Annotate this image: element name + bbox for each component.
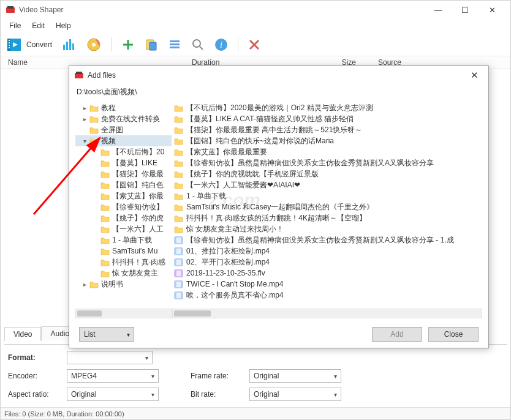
close-icon[interactable] bbox=[248, 39, 260, 51]
tree-item[interactable]: ▸教程 bbox=[75, 102, 172, 113]
list-item[interactable]: 【圆锦】纯白色的快乐~这是对你说的话Maria bbox=[172, 135, 482, 146]
svg-rect-14 bbox=[63, 45, 65, 50]
framerate-label: Frame rate: bbox=[191, 372, 246, 380]
window-close-button[interactable]: ✕ bbox=[479, 1, 505, 18]
tree-item-label: SamTsui's Mu bbox=[112, 247, 157, 255]
expand-icon[interactable]: ▾ bbox=[80, 138, 89, 144]
folder-icon bbox=[173, 137, 183, 145]
format-select[interactable] bbox=[67, 351, 153, 364]
list-item-label: 抖抖抖！真·肉感女孩的活力翻跳！4K超清晰～【空瑠】 bbox=[186, 213, 366, 223]
expand-icon[interactable]: ▸ bbox=[80, 281, 89, 288]
dialog-close-button[interactable]: ✕ bbox=[465, 70, 483, 81]
tree-item-label: 惊 女朋友竟主 bbox=[112, 268, 158, 279]
info-icon[interactable]: i bbox=[214, 38, 228, 51]
view-mode-select[interactable]: List bbox=[79, 327, 134, 342]
svg-rect-15 bbox=[66, 42, 68, 50]
add-icon[interactable] bbox=[121, 38, 135, 51]
list-scrollbar[interactable] bbox=[172, 309, 482, 318]
search-icon[interactable] bbox=[191, 38, 205, 51]
disc-icon[interactable] bbox=[86, 37, 101, 52]
close-button[interactable]: Close bbox=[428, 327, 479, 342]
video-file-icon bbox=[173, 258, 183, 266]
convert-button[interactable]: Convert bbox=[6, 36, 52, 53]
list-item[interactable]: 【不玩后悔】2020最美的游戏｜Ori2 精灵与萤火意志评测 bbox=[172, 102, 482, 113]
folder-icon bbox=[89, 126, 99, 134]
menu-file[interactable]: File bbox=[4, 20, 26, 31]
tree-item[interactable]: ▸免费在线文件转换 bbox=[75, 113, 172, 124]
list-item[interactable]: 【蔓莫】LIKE A CAT-猫猫怪盗又帅又性感 猫步轻俏 bbox=[172, 113, 482, 124]
list-item[interactable]: 1 - 单曲下载 bbox=[172, 190, 482, 201]
aspect-label: Aspect ratio: bbox=[8, 390, 63, 399]
list-item[interactable]: 惊 女朋友竟主动过来找周小！ bbox=[172, 223, 482, 234]
folder-tree[interactable]: ▸教程▸免费在线文件转换全屏图▾视频【不玩后悔】20【蔓莫】LIKE 【猫柒】你… bbox=[75, 102, 172, 318]
list-icon[interactable] bbox=[168, 38, 181, 51]
list-item[interactable]: 【徐睿知仿妆】虽然是精神病但没关系女主仿妆金秀贤新剧又A又飒妆容分享 bbox=[172, 157, 482, 168]
tree-item[interactable]: 【猫柒】你最最 bbox=[75, 168, 172, 179]
video-file-icon bbox=[173, 291, 183, 299]
tree-item[interactable]: 【不玩后悔】20 bbox=[75, 146, 172, 157]
list-item[interactable]: 抖抖抖！真·肉感女孩的活力翻跳！4K超清晰～【空瑠】 bbox=[172, 212, 482, 223]
tree-item[interactable]: 【徐睿知仿妆】 bbox=[75, 201, 172, 212]
tab-video[interactable]: Video bbox=[4, 327, 41, 341]
menu-edit[interactable]: Edit bbox=[27, 20, 50, 31]
list-item[interactable]: 【徐睿知仿妆】虽然是精神病但没关系女主仿妆金秀贤新剧又A又飒妆容分享 - 1.成 bbox=[172, 234, 482, 246]
list-item[interactable]: 唉，这个服务员真不省心.mp4 bbox=[172, 290, 482, 301]
encoder-select[interactable]: MPEG4 bbox=[67, 369, 159, 383]
tree-item[interactable]: 抖抖抖！真·肉感 bbox=[75, 257, 172, 268]
dialog-path: D:\tools\桌面\视频\ bbox=[69, 84, 488, 100]
svg-rect-7 bbox=[7, 6, 13, 9]
svg-rect-13 bbox=[9, 47, 10, 48]
folder-icon bbox=[100, 181, 110, 189]
list-item[interactable]: 【猫柒】你最最最重要 高中生活力翻跳～521快乐呀～ bbox=[172, 124, 482, 135]
list-item-label: 【圆锦】纯白色的快乐~这是对你说的话Maria bbox=[186, 136, 334, 146]
paste-icon[interactable] bbox=[145, 38, 158, 51]
file-list[interactable]: 【不玩后悔】2020最美的游戏｜Ori2 精灵与萤火意志评测【蔓莫】LIKE A… bbox=[172, 102, 482, 318]
list-item[interactable]: TWICE - I Can't Stop Me.mp4 bbox=[172, 279, 482, 290]
list-item[interactable]: 【一米六】人工智能爱酱❤AIAIAI❤ bbox=[172, 179, 482, 190]
list-item[interactable]: 【索艾蓝】你最最最重要 bbox=[172, 146, 482, 157]
tree-item[interactable]: 全屏图 bbox=[75, 124, 172, 135]
equalizer-icon[interactable] bbox=[62, 37, 77, 52]
svg-rect-11 bbox=[9, 42, 10, 43]
tree-item-label: 抖抖抖！真·肉感 bbox=[112, 257, 165, 268]
expand-icon[interactable]: ▸ bbox=[80, 105, 89, 111]
tree-item[interactable]: 【姚子】你的虎 bbox=[75, 212, 172, 223]
window-minimize-button[interactable]: — bbox=[425, 1, 452, 18]
aspect-select[interactable]: Original bbox=[67, 388, 159, 401]
statusbar: Files: 0 (Size: 0 MB, Duration: 00:00:00… bbox=[1, 407, 510, 419]
folder-icon bbox=[100, 225, 110, 233]
tree-item[interactable]: SamTsui's Mu bbox=[75, 246, 172, 257]
list-item[interactable]: 【姚子】你的虎视眈眈【手机竖屏近景版 bbox=[172, 168, 482, 179]
tree-item[interactable]: 【索艾蓝】你最 bbox=[75, 190, 172, 201]
folder-icon bbox=[100, 247, 110, 255]
window-maximize-button[interactable]: ☐ bbox=[452, 1, 479, 18]
tree-item-label: 【不玩后悔】20 bbox=[112, 147, 164, 157]
tree-item[interactable]: 【一米六】人工 bbox=[75, 223, 172, 234]
framerate-select[interactable]: Original bbox=[249, 369, 341, 383]
folder-icon bbox=[100, 170, 110, 178]
list-item[interactable]: 2019-11-23-10-25-35.flv bbox=[172, 268, 482, 279]
folder-icon bbox=[173, 225, 183, 233]
folder-icon bbox=[173, 170, 183, 178]
video-file-icon bbox=[173, 280, 183, 288]
folder-icon bbox=[173, 114, 183, 123]
list-item-label: 02、平开门衣柜绘制.mp4 bbox=[186, 257, 270, 268]
tree-item[interactable]: 惊 女朋友竟主 bbox=[75, 268, 172, 279]
add-button[interactable]: Add bbox=[372, 327, 422, 342]
list-item-label: 1 - 单曲下载 bbox=[186, 191, 226, 201]
bitrate-select[interactable]: Original bbox=[249, 388, 341, 401]
tree-scrollbar[interactable] bbox=[75, 309, 172, 318]
tree-item[interactable]: 【蔓莫】LIKE bbox=[75, 157, 172, 168]
list-item[interactable]: 01、推拉门衣柜绘制.mp4 bbox=[172, 246, 482, 257]
tree-item[interactable]: 【圆锦】纯白色 bbox=[75, 179, 172, 190]
list-item[interactable]: SamTsui's Music 和Casey一起翻唱周杰伦的《千里之外》 bbox=[172, 201, 482, 212]
tree-item[interactable]: ▸说明书 bbox=[75, 279, 172, 290]
svg-rect-12 bbox=[9, 45, 10, 46]
menu-help[interactable]: Help bbox=[51, 20, 76, 31]
tree-item[interactable]: 1 - 单曲下载 bbox=[75, 234, 172, 246]
expand-icon[interactable]: ▸ bbox=[80, 116, 89, 122]
tab-audio[interactable]: Audio bbox=[41, 326, 69, 340]
tree-item[interactable]: ▾视频 bbox=[75, 135, 172, 146]
tree-item-label: 免费在线文件转换 bbox=[101, 114, 160, 124]
list-item[interactable]: 02、平开门衣柜绘制.mp4 bbox=[172, 257, 482, 268]
